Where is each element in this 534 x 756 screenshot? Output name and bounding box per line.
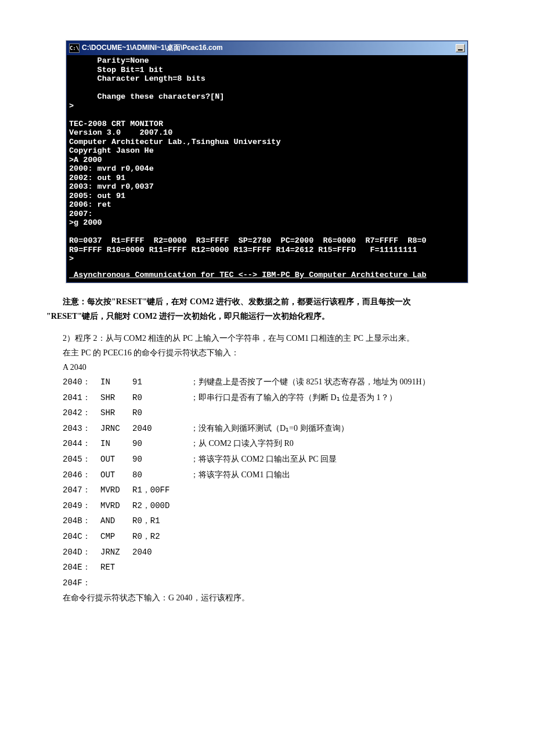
code-row: 204E：RET [63, 560, 488, 575]
code-arg [132, 575, 190, 591]
notice-paragraph: 注意：每次按"RESET"键后，在对 COM2 进行收、发数据之前，都要运行该程… [46, 294, 488, 323]
code-arg: 80 [132, 467, 190, 483]
code-comment: ；将该字符从 COM1 口输出 [190, 467, 488, 483]
code-op: JRNZ [100, 545, 132, 560]
code-address: 2042： [63, 405, 100, 421]
code-op: OUT [100, 467, 132, 483]
code-op: SHR [100, 405, 132, 421]
code-row: 204D：JRNZ2040 [63, 545, 488, 560]
code-address: 2046： [63, 467, 100, 483]
cmd-icon: C:\ [69, 44, 80, 53]
code-comment [190, 483, 488, 498]
code-comment [190, 560, 488, 575]
code-arg: 90 [132, 452, 190, 467]
code-row: 2044：IN90；从 COM2 口读入字符到 R0 [63, 436, 488, 452]
minimize-button[interactable] [456, 44, 465, 52]
code-arg: R0，R2 [132, 529, 190, 545]
code-arg: R0 [132, 405, 190, 421]
code-comment [190, 545, 488, 560]
document-page: C:\ C:\DOCUME~1\ADMINI~1\桌面\Pcec16.com P… [0, 0, 534, 697]
terminal-window: C:\ C:\DOCUME~1\ADMINI~1\桌面\Pcec16.com P… [66, 41, 468, 283]
program2-intro2: 在主 PC 的 PCEC16 的命令行提示符状态下输入： [63, 345, 488, 360]
code-row: 2040：IN91；判键盘上是否按了一个键（读 8251 状态寄存器，地址为 0… [63, 375, 488, 390]
code-arg: 2040 [132, 421, 190, 437]
code-arg: R2，000D [132, 498, 190, 514]
window-title: C:\DOCUME~1\ADMINI~1\桌面\Pcec16.com [82, 42, 456, 55]
code-op [100, 575, 132, 591]
window-titlebar: C:\ C:\DOCUME~1\ADMINI~1\桌面\Pcec16.com [67, 41, 467, 55]
code-arg: R0 [132, 390, 190, 406]
code-row: 2047：MVRDR1，00FF [63, 483, 488, 498]
code-listing: 2040：IN91；判键盘上是否按了一个键（读 8251 状态寄存器，地址为 0… [46, 375, 488, 591]
code-op: CMP [100, 529, 132, 545]
code-op: MVRD [100, 498, 132, 514]
terminal-footer: Asynchronous Communication for TEC <--> … [67, 265, 467, 282]
code-address: 204F： [63, 575, 100, 591]
code-arg: 90 [132, 436, 190, 452]
code-comment [190, 575, 488, 591]
code-op: IN [100, 375, 132, 390]
code-arg: R1，00FF [132, 483, 190, 498]
code-address: 2049： [63, 498, 100, 514]
code-address: 204C： [63, 529, 100, 545]
code-row: 2043：JRNC2040；没有输入则循环测试（D₁=0 则循环查询） [63, 421, 488, 437]
code-op: OUT [100, 452, 132, 467]
code-op: MVRD [100, 483, 132, 498]
code-op: IN [100, 436, 132, 452]
notice-line1: 注意：每次按"RESET"键后，在对 COM2 进行收、发数据之前，都要运行该程… [63, 297, 411, 306]
code-comment: ；将该字符从 COM2 口输出至从 PC 回显 [190, 452, 488, 467]
code-comment: ；即串行口是否有了输入的字符（判断 D₁ 位是否为 1？） [190, 390, 488, 406]
code-address: 2043： [63, 421, 100, 437]
code-op: SHR [100, 390, 132, 406]
code-address: 2040： [63, 375, 100, 390]
code-address: 2045： [63, 452, 100, 467]
code-comment [190, 405, 488, 421]
code-comment: ；判键盘上是否按了一个键（读 8251 状态寄存器，地址为 0091H） [190, 375, 488, 390]
code-op: AND [100, 513, 132, 529]
code-address: 2047： [63, 483, 100, 498]
code-arg [132, 560, 190, 575]
code-row: 204C：CMPR0，R2 [63, 529, 488, 545]
code-arg: 2040 [132, 545, 190, 560]
code-row: 2042：SHRR0 [63, 405, 488, 421]
terminal-output: Parity=None Stop Bit=1 bit Character Len… [67, 55, 467, 265]
code-address: 2044： [63, 436, 100, 452]
code-arg: 91 [132, 375, 190, 390]
code-arg: R0，R1 [132, 513, 190, 529]
code-comment: ；从 COM2 口读入字符到 R0 [190, 436, 488, 452]
code-address: 204D： [63, 545, 100, 560]
code-row: 204B：ANDR0，R1 [63, 513, 488, 529]
code-comment: ；没有输入则循环测试（D₁=0 则循环查询） [190, 421, 488, 437]
code-comment [190, 529, 488, 545]
notice-line2: "RESET"键后，只能对 COM2 进行一次初始化，即只能运行一次初始化程序。 [46, 312, 330, 321]
run-instruction: 在命令行提示符状态下输入：G 2040，运行该程序。 [63, 591, 488, 605]
program2-start: A 2040 [63, 360, 488, 375]
code-comment [190, 498, 488, 514]
program2-intro1: 2）程序 2：从与 COM2 相连的从 PC 上输入一个字符串，在与 COM1 … [63, 331, 488, 345]
code-address: 204E： [63, 560, 100, 575]
code-row: 2049：MVRDR2，000D [63, 498, 488, 514]
code-row: 2041：SHRR0；即串行口是否有了输入的字符（判断 D₁ 位是否为 1？） [63, 390, 488, 406]
code-address: 2041： [63, 390, 100, 406]
code-row: 2045：OUT90；将该字符从 COM2 口输出至从 PC 回显 [63, 452, 488, 467]
code-comment [190, 513, 488, 529]
code-address: 204B： [63, 513, 100, 529]
code-op: RET [100, 560, 132, 575]
code-row: 204F： [63, 575, 488, 591]
code-row: 2046：OUT80；将该字符从 COM1 口输出 [63, 467, 488, 483]
code-op: JRNC [100, 421, 132, 437]
